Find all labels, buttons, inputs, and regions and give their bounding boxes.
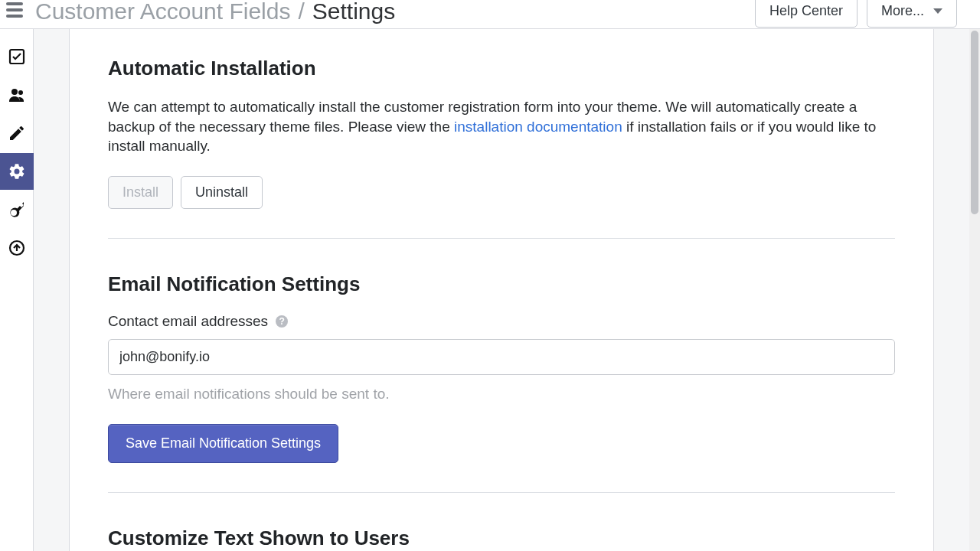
pencil-square-icon (8, 124, 26, 142)
sidebar-item-checkbox[interactable] (0, 38, 34, 75)
installation-documentation-link[interactable]: installation documentation (454, 119, 622, 135)
install-button-row: Install Uninstall (108, 176, 895, 209)
contact-email-label-text: Contact email addresses (108, 313, 268, 330)
scrollbar-thumb[interactable] (971, 31, 978, 214)
svg-point-1 (11, 89, 18, 95)
save-email-settings-button[interactable]: Save Email Notification Settings (108, 424, 338, 463)
contact-email-label: Contact email addresses ? (108, 313, 895, 330)
topbar-actions: Help Center More... (755, 0, 957, 28)
more-button[interactable]: More... (867, 0, 957, 28)
hamburger-icon[interactable] (6, 2, 23, 18)
sidebar-item-settings[interactable] (0, 153, 34, 190)
sidebar-item-edit[interactable] (0, 115, 34, 152)
breadcrumb-parent[interactable]: Customer Account Fields (35, 0, 290, 24)
section-title-installation: Automatic Installation (108, 57, 895, 80)
key-icon (8, 201, 26, 219)
sidebar (0, 29, 34, 551)
main-content: Automatic Installation We can attempt to… (69, 29, 934, 551)
help-icon[interactable]: ? (276, 315, 288, 328)
section-title-email: Email Notification Settings (108, 272, 895, 296)
topbar: Customer Account Fields / Settings Help … (0, 0, 980, 29)
gear-icon (8, 162, 26, 181)
section-title-customize: Customize Text Shown to Users (108, 527, 895, 550)
chevron-down-icon (933, 8, 942, 14)
help-center-button[interactable]: Help Center (755, 0, 858, 28)
arrow-up-circle-icon (8, 239, 26, 257)
breadcrumb-current: Settings (312, 0, 395, 24)
sidebar-item-key[interactable] (0, 191, 34, 228)
svg-point-2 (18, 90, 23, 95)
check-square-icon (8, 47, 26, 66)
breadcrumb: Customer Account Fields / Settings (6, 0, 395, 24)
divider (108, 238, 895, 239)
more-button-label: More... (881, 3, 924, 19)
contact-email-input[interactable] (108, 339, 895, 375)
install-button: Install (108, 176, 173, 209)
divider (108, 492, 895, 493)
contact-email-hint: Where email notifications should be sent… (108, 386, 895, 403)
users-icon (8, 86, 26, 104)
uninstall-button[interactable]: Uninstall (181, 176, 263, 209)
sidebar-item-upload[interactable] (0, 230, 34, 266)
breadcrumb-separator: / (298, 0, 304, 24)
installation-description: We can attempt to automatically install … (108, 97, 895, 156)
scrollbar[interactable] (969, 29, 980, 551)
sidebar-item-users[interactable] (0, 77, 34, 113)
